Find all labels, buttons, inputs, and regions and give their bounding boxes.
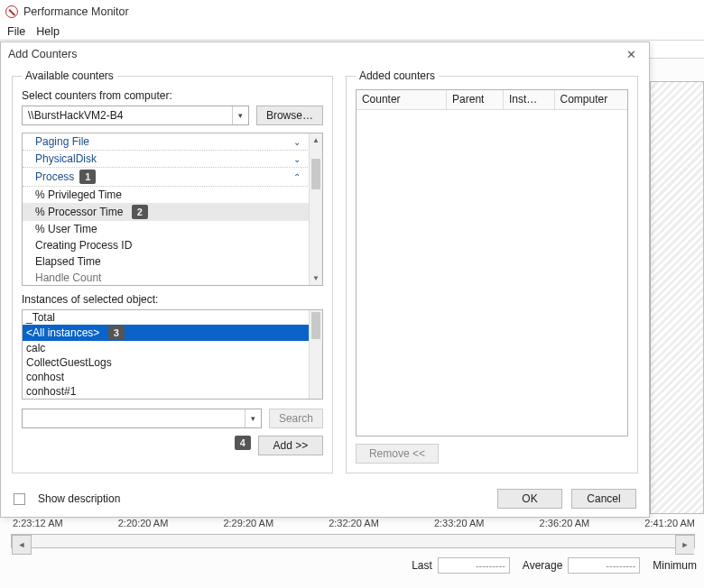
time-tick: 2:32:20 AM	[329, 518, 379, 532]
stat-last-label: Last	[412, 559, 432, 572]
step-badge-4: 4	[235, 436, 251, 450]
instance-row-all[interactable]: <All instances> 3	[23, 325, 322, 341]
counter-category[interactable]: Paging File ⌄	[23, 133, 322, 151]
time-tick: 2:41:20 AM	[644, 518, 695, 532]
instance-row[interactable]: calc	[23, 341, 322, 355]
stat-avg-value: ---------	[568, 557, 640, 574]
main-menubar: File Help	[0, 23, 704, 41]
stat-avg-label: Average	[523, 559, 562, 572]
counter-item[interactable]: Creating Process ID	[23, 237, 322, 253]
step-badge-3: 3	[108, 326, 125, 340]
main-window-title: Performance Monitor	[23, 5, 129, 18]
computer-combo[interactable]: \\BurstHackVM2-B4 ▾	[22, 106, 249, 125]
show-description-label: Show description	[38, 492, 120, 505]
chart-scrollbar[interactable]: ◄ ►	[11, 534, 695, 548]
scroll-right-icon[interactable]: ►	[675, 535, 694, 555]
available-counters-legend: Available counters	[22, 69, 117, 82]
menu-help[interactable]: Help	[36, 25, 60, 38]
remove-button[interactable]: Remove <<	[356, 444, 439, 464]
instances-label: Instances of selected object:	[22, 293, 323, 306]
time-tick: 2:33:20 AM	[434, 518, 485, 532]
col-counter[interactable]: Counter	[357, 90, 447, 109]
instance-row[interactable]: CollectGuestLogs	[23, 355, 322, 370]
instance-row[interactable]: conhost#1	[23, 384, 322, 399]
ok-button[interactable]: OK	[497, 489, 562, 509]
counter-item[interactable]: Handle Count	[23, 270, 322, 286]
instance-row[interactable]: _Total	[23, 310, 322, 325]
time-tick: 2:29:20 AM	[223, 518, 273, 532]
time-tick: 2:20:20 AM	[118, 518, 169, 532]
scrollbar[interactable]: ▲ ▼	[309, 133, 322, 285]
dialog-footer: Show description OK Cancel	[1, 481, 649, 517]
stats-row: Last --------- Average --------- Minimum	[0, 557, 704, 574]
close-icon[interactable]: ✕	[620, 45, 642, 63]
counter-category-process[interactable]: Process 1 ⌃	[23, 168, 322, 187]
dialog-title: Add Counters	[8, 48, 77, 60]
counter-category[interactable]: PhysicalDisk ⌄	[23, 151, 322, 168]
added-counters-grid[interactable]: Counter Parent Inst… Computer	[356, 89, 628, 436]
added-counters-legend: Added counters	[356, 69, 439, 82]
instances-listbox[interactable]: _Total <All instances> 3 calc CollectGue…	[22, 309, 323, 400]
computer-combo-value: \\BurstHackVM2-B4	[28, 109, 123, 122]
scroll-up-icon[interactable]: ▲	[310, 133, 322, 147]
scroll-down-icon[interactable]: ▼	[310, 271, 322, 285]
chevron-down-icon: ▾	[232, 106, 248, 124]
time-tick: 2:23:12 AM	[13, 518, 63, 532]
scroll-left-icon[interactable]: ◄	[12, 535, 32, 555]
counter-item[interactable]: % Privileged Time	[23, 187, 322, 203]
chevron-up-icon: ⌃	[293, 172, 301, 182]
select-computer-label: Select counters from computer:	[22, 89, 323, 102]
browse-button[interactable]: Browse…	[256, 106, 323, 125]
step-badge-2: 2	[132, 205, 148, 219]
time-tick: 2:36:20 AM	[540, 518, 590, 532]
counter-item[interactable]: Elapsed Time	[23, 253, 322, 270]
cancel-button[interactable]: Cancel	[571, 489, 636, 509]
grid-header: Counter Parent Inst… Computer	[357, 90, 627, 110]
instance-row[interactable]: conhost#2	[23, 399, 322, 400]
menu-file[interactable]: File	[7, 25, 25, 38]
scrollbar-thumb[interactable]	[311, 159, 320, 189]
counter-item[interactable]: % User Time	[23, 221, 322, 237]
counter-item-processor-time[interactable]: % Processor Time 2	[23, 203, 322, 221]
col-instance[interactable]: Inst…	[504, 90, 555, 109]
chevron-down-icon: ▾	[245, 409, 261, 427]
step-badge-1: 1	[79, 170, 96, 184]
stat-min-label: Minimum	[653, 559, 697, 572]
counters-listbox[interactable]: Paging File ⌄ PhysicalDisk ⌄ Process 1 ⌃…	[22, 133, 323, 286]
chart-strip	[650, 81, 704, 514]
col-parent[interactable]: Parent	[447, 90, 504, 109]
available-counters-group: Available counters Select counters from …	[12, 69, 333, 473]
scrollbar-thumb[interactable]	[311, 312, 320, 339]
search-input[interactable]: ▾	[22, 409, 262, 428]
col-computer[interactable]: Computer	[555, 90, 628, 109]
main-window-titlebar: Performance Monitor	[0, 0, 704, 23]
chevron-down-icon: ⌄	[293, 137, 301, 147]
scrollbar[interactable]	[309, 310, 322, 399]
search-button[interactable]: Search	[269, 409, 323, 428]
instance-row[interactable]: conhost	[23, 370, 322, 384]
add-button[interactable]: Add >>	[258, 436, 323, 455]
dialog-titlebar: Add Counters ✕	[1, 42, 649, 66]
perfmon-icon	[5, 5, 18, 18]
added-counters-group: Added counters Counter Parent Inst… Comp…	[346, 69, 638, 473]
chart-time-axis: 2:23:12 AM 2:20:20 AM 2:29:20 AM 2:32:20…	[13, 518, 695, 532]
add-counters-dialog: Add Counters ✕ Available counters Select…	[0, 41, 650, 518]
show-description-checkbox[interactable]	[14, 493, 25, 505]
chevron-down-icon: ⌄	[293, 154, 301, 164]
stat-last-value: ---------	[438, 557, 510, 574]
